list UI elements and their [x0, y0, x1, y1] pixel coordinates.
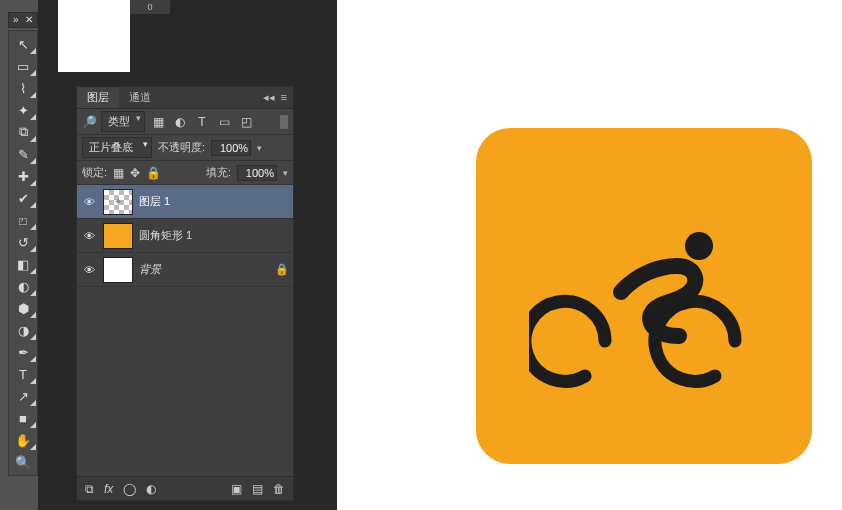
lock-all-icon[interactable]: 🔒 — [146, 166, 161, 180]
layer-thumbnail[interactable] — [103, 189, 133, 215]
layer-row[interactable]: 👁圆角矩形 1 — [77, 219, 293, 253]
gradient-tool[interactable]: ◐ — [9, 275, 37, 297]
marquee-tool[interactable]: ▭ — [9, 55, 37, 77]
canvas-area: 0 图层 通道 ◂◂ ≡ 🔎 类型 ▦ ◐ T ▭ ◰ 正 — [38, 0, 337, 510]
photoshop-ui: » ✕ ↖▭⌇✦⧉✎✚✔⏍↺◧◐⬢◑✒T↗■✋🔍 0 图层 通道 ◂◂ ≡ 🔎 … — [0, 0, 337, 510]
lock-icon: 🔒 — [275, 263, 289, 276]
lasso-tool[interactable]: ⌇ — [9, 77, 37, 99]
eyedropper-tool[interactable]: ✎ — [9, 143, 37, 165]
fill-label: 填充: — [206, 165, 231, 180]
layer-filter-bar: 🔎 类型 ▦ ◐ T ▭ ◰ — [77, 109, 293, 135]
filter-type-icon[interactable]: T — [193, 114, 211, 130]
crop-tool[interactable]: ⧉ — [9, 121, 37, 143]
panel-collapse-icon[interactable]: ◂◂ — [263, 91, 275, 104]
adjustment-icon[interactable]: ◐ — [146, 482, 156, 496]
tab-layers[interactable]: 图层 — [77, 87, 119, 108]
document-canvas[interactable] — [58, 0, 130, 72]
opacity-input[interactable] — [211, 140, 251, 156]
filter-pixel-icon[interactable]: ▦ — [149, 114, 167, 130]
dodge-tool[interactable]: ◑ — [9, 319, 37, 341]
toolbar-close-icon[interactable]: ✕ — [25, 15, 33, 25]
filter-smart-icon[interactable]: ◰ — [237, 114, 255, 130]
path-select-tool[interactable]: ↗ — [9, 385, 37, 407]
panel-tabs: 图层 通道 ◂◂ ≡ — [77, 87, 293, 109]
link-layers-icon[interactable]: ⧉ — [85, 482, 94, 496]
fill-input[interactable] — [237, 165, 277, 181]
new-layer-icon[interactable]: ▤ — [252, 482, 263, 496]
toolbar-collapse-arrow[interactable]: » — [13, 15, 19, 25]
layer-name: 图层 1 — [139, 194, 170, 209]
filter-adjust-icon[interactable]: ◐ — [171, 114, 189, 130]
fx-icon[interactable]: fx — [104, 482, 113, 496]
tool-palette: ↖▭⌇✦⧉✎✚✔⏍↺◧◐⬢◑✒T↗■✋🔍 — [8, 30, 38, 476]
svg-point-0 — [685, 232, 713, 260]
visibility-icon[interactable]: 👁 — [81, 196, 97, 208]
brush-tool[interactable]: ✔ — [9, 187, 37, 209]
history-brush-tool[interactable]: ↺ — [9, 231, 37, 253]
stamp-tool[interactable]: ⏍ — [9, 209, 37, 231]
healing-tool[interactable]: ✚ — [9, 165, 37, 187]
layer-row[interactable]: 👁背景🔒 — [77, 253, 293, 287]
type-tool[interactable]: T — [9, 363, 37, 385]
pen-tool[interactable]: ✒ — [9, 341, 37, 363]
hand-tool[interactable]: ✋ — [9, 429, 37, 451]
layer-name: 背景 — [139, 262, 161, 277]
layer-thumbnail[interactable] — [103, 223, 133, 249]
zoom-tool[interactable]: 🔍 — [9, 451, 37, 473]
opacity-stepper-icon[interactable]: ▾ — [257, 143, 262, 153]
filter-toggle[interactable] — [280, 115, 288, 129]
shape-tool[interactable]: ■ — [9, 407, 37, 429]
panel-menu-icon[interactable]: ≡ — [281, 91, 287, 104]
layers-panel: 图层 通道 ◂◂ ≡ 🔎 类型 ▦ ◐ T ▭ ◰ 正片叠底 不透明度: — [76, 86, 294, 501]
layers-list: 👁图层 1👁圆角矩形 1👁背景🔒 — [77, 185, 293, 476]
move-tool[interactable]: ↖ — [9, 33, 37, 55]
blend-row: 正片叠底 不透明度: ▾ — [77, 135, 293, 161]
layer-row[interactable]: 👁图层 1 — [77, 185, 293, 219]
cyclist-icon — [529, 196, 759, 396]
trash-icon[interactable]: 🗑 — [273, 482, 285, 496]
eraser-tool[interactable]: ◧ — [9, 253, 37, 275]
layer-thumbnail[interactable] — [103, 257, 133, 283]
lock-pixels-icon[interactable]: ▦ — [113, 166, 124, 180]
filter-shape-icon[interactable]: ▭ — [215, 114, 233, 130]
fill-stepper-icon[interactable]: ▾ — [283, 168, 288, 178]
opacity-label: 不透明度: — [158, 140, 205, 155]
tab-channels[interactable]: 通道 — [119, 87, 161, 108]
group-icon[interactable]: ▣ — [231, 482, 242, 496]
mask-icon[interactable]: ◯ — [123, 482, 136, 496]
blend-mode-select[interactable]: 正片叠底 — [82, 137, 152, 158]
lock-row: 锁定: ▦ ✥ 🔒 填充: ▾ — [77, 161, 293, 185]
ruler-mark: 0 — [130, 0, 170, 14]
layer-name: 圆角矩形 1 — [139, 228, 192, 243]
lock-label: 锁定: — [82, 165, 107, 180]
app-icon-artwork — [476, 128, 812, 464]
layers-footer: ⧉ fx ◯ ◐ ▣ ▤ 🗑 — [77, 476, 293, 500]
wand-tool[interactable]: ✦ — [9, 99, 37, 121]
toolbar-tabstrip: » ✕ — [8, 12, 38, 28]
lock-position-icon[interactable]: ✥ — [130, 166, 140, 180]
search-icon[interactable]: 🔎 — [82, 115, 97, 129]
visibility-icon[interactable]: 👁 — [81, 264, 97, 276]
visibility-icon[interactable]: 👁 — [81, 230, 97, 242]
filter-kind-select[interactable]: 类型 — [101, 111, 145, 132]
blur-tool[interactable]: ⬢ — [9, 297, 37, 319]
